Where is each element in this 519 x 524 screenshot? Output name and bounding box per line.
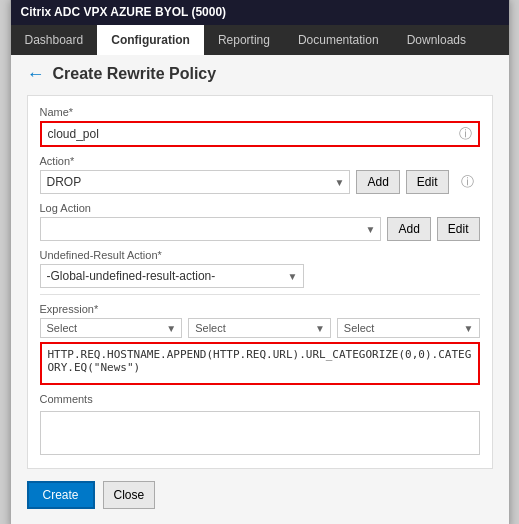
main-window: Citrix ADC VPX AZURE BYOL (5000) Dashboa… xyxy=(10,0,510,524)
create-button[interactable]: Create xyxy=(27,481,95,509)
nav-dashboard[interactable]: Dashboard xyxy=(11,25,98,55)
log-select-wrapper: ▼ xyxy=(40,217,382,241)
divider xyxy=(40,294,480,295)
comments-label: Comments xyxy=(40,393,480,405)
expression-select1[interactable]: Select xyxy=(40,318,183,338)
log-action-select[interactable] xyxy=(40,217,382,241)
expression-select1-wrapper: Select ▼ xyxy=(40,318,183,338)
close-button[interactable]: Close xyxy=(103,481,156,509)
nav-reporting[interactable]: Reporting xyxy=(204,25,284,55)
undefined-label: Undefined-Result Action* xyxy=(40,249,480,261)
log-action-label: Log Action xyxy=(40,202,480,214)
page-header: ← Create Rewrite Policy xyxy=(27,65,493,83)
content-area: ← Create Rewrite Policy Name* ⓘ Action* … xyxy=(11,55,509,524)
nav-documentation[interactable]: Documentation xyxy=(284,25,393,55)
nav-downloads[interactable]: Downloads xyxy=(393,25,480,55)
undefined-select-wrapper: -Global-undefined-result-action- ▼ xyxy=(40,264,304,288)
action-edit-button[interactable]: Edit xyxy=(406,170,449,194)
expression-select3-wrapper: Select ▼ xyxy=(337,318,480,338)
name-field-wrapper: ⓘ xyxy=(40,121,480,147)
action-info-icon: ⓘ xyxy=(455,173,480,191)
action-select[interactable]: DROP xyxy=(40,170,351,194)
name-label: Name* xyxy=(40,106,480,118)
nav-bar: Dashboard Configuration Reporting Docume… xyxy=(11,25,509,55)
name-input[interactable] xyxy=(42,123,453,145)
title-bar: Citrix ADC VPX AZURE BYOL (5000) xyxy=(11,0,509,25)
expression-selects-row: Select ▼ Select ▼ Select ▼ xyxy=(40,318,480,338)
log-edit-button[interactable]: Edit xyxy=(437,217,480,241)
nav-configuration[interactable]: Configuration xyxy=(97,25,204,55)
comments-textarea[interactable] xyxy=(40,411,480,455)
expression-select2[interactable]: Select xyxy=(188,318,331,338)
log-add-button[interactable]: Add xyxy=(387,217,430,241)
expression-select2-wrapper: Select ▼ xyxy=(188,318,331,338)
back-button[interactable]: ← xyxy=(27,65,45,83)
footer-buttons: Create Close xyxy=(27,481,493,509)
title-text: Citrix ADC VPX AZURE BYOL (5000) xyxy=(21,5,227,19)
expression-textarea[interactable]: HTTP.REQ.HOSTNAME.APPEND(HTTP.REQ.URL).U… xyxy=(42,344,478,380)
action-add-button[interactable]: Add xyxy=(356,170,399,194)
expression-select3[interactable]: Select xyxy=(337,318,480,338)
undefined-select[interactable]: -Global-undefined-result-action- xyxy=(40,264,304,288)
page-title: Create Rewrite Policy xyxy=(53,65,217,83)
action-row: DROP ▼ Add Edit ⓘ xyxy=(40,170,480,194)
form-section: Name* ⓘ Action* DROP ▼ Add Edit ⓘ xyxy=(27,95,493,469)
expression-label: Expression* xyxy=(40,303,480,315)
expression-textarea-wrapper: HTTP.REQ.HOSTNAME.APPEND(HTTP.REQ.URL).U… xyxy=(40,342,480,385)
action-label: Action* xyxy=(40,155,480,167)
name-info-icon: ⓘ xyxy=(453,125,478,143)
log-action-row: ▼ Add Edit xyxy=(40,217,480,241)
action-select-wrapper: DROP ▼ xyxy=(40,170,351,194)
